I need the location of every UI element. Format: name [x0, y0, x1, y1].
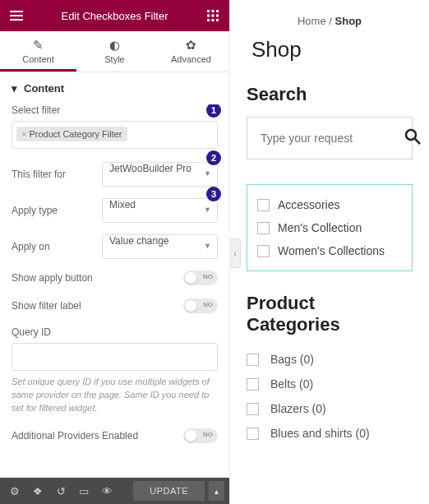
svg-rect-3 — [207, 15, 210, 17]
update-button[interactable]: UPDATE — [133, 481, 205, 501]
select-this-filter-for[interactable]: JetWooBuilder Pro — [102, 162, 218, 187]
settings-icon[interactable]: ⚙ — [5, 481, 25, 501]
select-apply-type[interactable]: Mixed — [102, 198, 218, 223]
apps-icon[interactable] — [205, 7, 221, 24]
svg-point-9 — [406, 130, 416, 140]
section-title: Content — [24, 82, 64, 95]
filter-option[interactable]: Men's Collection — [257, 216, 402, 239]
crumb-home[interactable]: Home — [298, 15, 326, 27]
annotation-badge: 1 — [206, 104, 221, 118]
category-item[interactable]: Blues and shirts (0) — [247, 421, 413, 446]
label-this-filter-for: This filter for — [12, 169, 94, 180]
update-caret[interactable]: ▴ — [208, 481, 224, 501]
history-icon[interactable]: ↺ — [51, 481, 71, 501]
label-additional-providers: Additional Providers Enabled — [12, 430, 138, 442]
filter-chip[interactable]: Product Category Filter — [16, 127, 127, 141]
svg-rect-8 — [216, 19, 219, 21]
category-item[interactable]: Blazers (0) — [247, 396, 413, 421]
panel-title: Edit Checkboxes Filter — [25, 10, 205, 22]
label-apply-on: Apply on — [12, 241, 94, 252]
pencil-icon: ✎ — [0, 38, 76, 53]
svg-rect-2 — [216, 10, 219, 12]
select-filter-input[interactable]: Product Category Filter — [12, 121, 218, 149]
menu-icon[interactable] — [8, 7, 25, 24]
checkbox-icon — [257, 222, 270, 234]
help-query-id: Set unique query ID if you use multiple … — [12, 376, 218, 415]
annotation-badge: 3 — [206, 187, 221, 201]
tab-content[interactable]: ✎ Content — [0, 31, 76, 72]
filter-option[interactable]: Women's Collections — [257, 239, 402, 262]
search-heading: Search — [247, 84, 413, 105]
label-show-apply-button: Show apply button — [12, 272, 93, 284]
label-query-id: Query ID — [12, 326, 218, 338]
preview-pane: ‹ Home / Shop Shop Search Accessories Me… — [230, 0, 429, 504]
svg-rect-6 — [207, 19, 210, 21]
annotation-badge: 2 — [206, 150, 221, 165]
label-select-filter: Select filter — [12, 104, 218, 116]
responsive-icon[interactable]: ▭ — [74, 481, 94, 501]
checkbox-icon — [247, 403, 259, 415]
checkbox-icon — [247, 428, 259, 440]
checkbox-icon — [257, 199, 270, 211]
collapse-panel-handle[interactable]: ‹ — [230, 238, 241, 268]
tabs: ✎ Content ◐ Style ✿ Advanced — [0, 31, 229, 72]
search-input[interactable] — [261, 132, 404, 145]
checkbox-filter-widget: Accessories Men's Collection Women's Col… — [247, 184, 413, 271]
chevron-down-icon: ▾ — [12, 82, 17, 95]
section-header[interactable]: ▾ Content — [0, 72, 229, 104]
toggle-show-apply-button[interactable] — [183, 270, 218, 285]
checkbox-icon — [247, 378, 259, 391]
categories-heading: Product Categories — [247, 293, 413, 335]
page-title: Shop — [247, 37, 413, 62]
query-id-input[interactable] — [12, 343, 218, 371]
label-show-filter-label: Show filter label — [12, 300, 81, 312]
crumb-shop[interactable]: Shop — [335, 15, 362, 27]
svg-rect-7 — [212, 19, 214, 21]
svg-rect-5 — [216, 15, 219, 17]
svg-rect-4 — [212, 15, 214, 17]
category-item[interactable]: Bags (0) — [247, 347, 413, 372]
label-apply-type: Apply type — [12, 205, 94, 216]
toggle-show-filter-label[interactable] — [183, 298, 218, 313]
tab-label: Advanced — [171, 54, 211, 64]
svg-line-10 — [415, 139, 420, 144]
category-item[interactable]: Belts (0) — [247, 372, 413, 396]
select-apply-on[interactable]: Value change — [102, 234, 218, 259]
checkbox-icon — [257, 245, 270, 257]
checkbox-icon — [247, 354, 259, 366]
svg-rect-1 — [212, 10, 214, 12]
breadcrumb: Home / Shop — [247, 15, 413, 27]
toggle-additional-providers[interactable] — [183, 428, 218, 443]
filter-option[interactable]: Accessories — [257, 193, 402, 216]
gear-icon: ✿ — [153, 38, 229, 53]
panel-footer: ⚙ ❖ ↺ ▭ 👁 UPDATE ▴ — [0, 478, 229, 504]
tab-label: Style — [104, 54, 124, 64]
layers-icon[interactable]: ❖ — [28, 481, 48, 501]
preview-icon[interactable]: 👁 — [97, 481, 117, 501]
search-icon[interactable] — [404, 128, 421, 149]
tab-advanced[interactable]: ✿ Advanced — [153, 31, 229, 72]
svg-rect-0 — [207, 10, 210, 12]
search-box — [247, 117, 413, 160]
tab-label: Content — [22, 54, 54, 64]
contrast-icon: ◐ — [76, 38, 153, 53]
tab-style[interactable]: ◐ Style — [76, 31, 153, 72]
